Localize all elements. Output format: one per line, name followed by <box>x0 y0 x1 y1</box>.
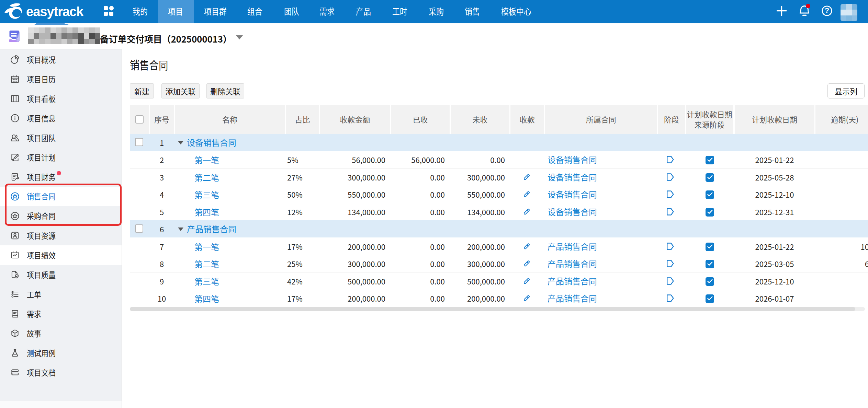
svg-text:?: ? <box>825 6 829 15</box>
